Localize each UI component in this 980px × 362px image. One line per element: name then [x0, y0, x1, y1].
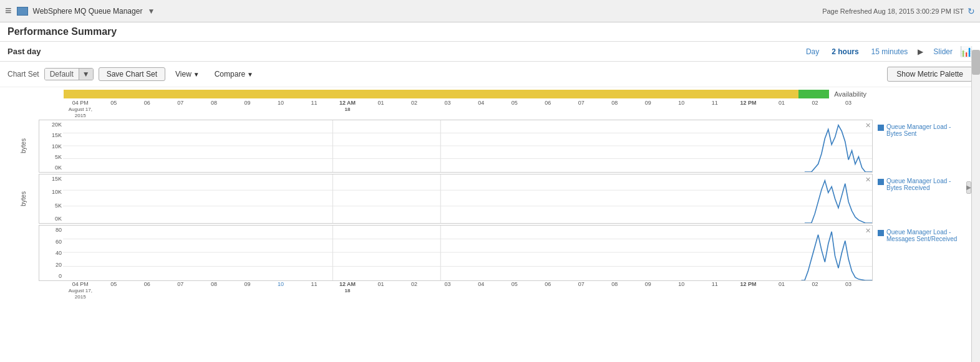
page-title: Performance Summary — [7, 26, 973, 37]
show-metric-palette-button[interactable]: Show Metric Palette — [887, 67, 973, 82]
availability-bar — [64, 90, 829, 98]
btick-06: 06 — [130, 281, 164, 300]
day-button[interactable]: Day — [801, 46, 824, 57]
time-axis-top: 04 PMAugust 17, 2015 05 06 07 08 09 10 1… — [64, 100, 866, 118]
tick-09b: 09 — [631, 100, 665, 118]
btick-12pm: 12 PM — [732, 281, 765, 300]
tick-12pm: 12 PM — [732, 100, 765, 118]
view-dropdown-arrow: ▼ — [193, 71, 200, 78]
tick-04: 04 — [464, 100, 498, 118]
btick-09b: 09 — [631, 281, 665, 300]
title-bar: Performance Summary — [0, 22, 980, 42]
btick-12am: 12 AM18 — [331, 281, 364, 300]
chart1-wrapper: bytes ✕ 20K 15K 10K 5K 0K — [7, 120, 973, 173]
chart-set-label: Chart Set — [7, 70, 39, 79]
chart3-legend-text: Queue Manager Load - Messages Sent/Recei… — [886, 229, 968, 242]
tick-11: 11 — [298, 100, 331, 118]
btick-03: 03 — [431, 281, 465, 300]
past-day-label: Past day — [7, 47, 41, 56]
chart2-legend-box — [878, 179, 884, 185]
btick-10: 10 — [264, 281, 298, 300]
btick-04b: 04 — [464, 281, 498, 300]
btick-05: 05 — [97, 281, 131, 300]
chart1-legend: Queue Manager Load - Bytes Sent — [873, 120, 973, 173]
chart3-y-ticks: 80 60 40 20 0 — [39, 226, 63, 280]
chart3-y-label — [7, 225, 39, 281]
btick-01b: 01 — [765, 281, 798, 300]
slider-button[interactable]: Slider — [928, 46, 958, 57]
tick-04pm: 04 PMAugust 17, 2015 — [64, 100, 97, 118]
chart1-legend-text: Queue Manager Load - Bytes Sent — [886, 123, 968, 137]
availability-green — [798, 90, 829, 98]
chart2-legend: Queue Manager Load - Bytes Received — [873, 174, 973, 224]
btick-08: 08 — [197, 281, 231, 300]
btick-05b: 05 — [498, 281, 531, 300]
tick-08: 08 — [197, 100, 231, 118]
chart-area: Availability 04 PMAugust 17, 2015 05 06 … — [0, 90, 980, 300]
btick-09: 09 — [231, 281, 264, 300]
time-buttons: Day 2 hours 15 minutes ▶ Slider 📊 — [801, 45, 973, 57]
vertical-scrollbar[interactable] — [971, 50, 980, 300]
compare-dropdown-arrow: ▼ — [247, 71, 253, 78]
tick-03b: 03 — [832, 100, 865, 118]
availability-label: Availability — [834, 90, 866, 98]
tick-06b: 06 — [531, 100, 565, 118]
chart-set-dropdown-arrow[interactable]: ▼ — [79, 69, 93, 80]
chart2-body: ✕ 15K 10K 5K 0K — [39, 174, 873, 224]
websphere-mq-icon — [17, 7, 28, 16]
right-panel-toggle[interactable]: ▶ — [966, 181, 971, 194]
tick-08b: 08 — [598, 100, 632, 118]
btick-10b: 10 — [665, 281, 699, 300]
chart-options-icon[interactable]: 📊 — [960, 45, 973, 57]
chart2-wrapper: bytes ✕ 15K 10K 5K 0K Queue Manager Load… — [7, 174, 973, 224]
chart2-legend-text: Queue Manager Load - Bytes Received — [886, 178, 968, 191]
chart2-y-ticks: 15K 10K 5K 0K — [39, 174, 63, 223]
chart3-legend: Queue Manager Load - Messages Sent/Recei… — [873, 225, 973, 281]
chart2-svg — [63, 174, 872, 223]
chart-set-select[interactable]: Default ▼ — [44, 68, 94, 80]
chart-set-value: Default — [45, 69, 79, 80]
time-range-bar: Past day Day 2 hours 15 minutes ▶ Slider… — [0, 42, 980, 62]
top-bar-left: ≡ WebSphere MQ Queue Manager ▼ — [5, 4, 155, 17]
top-bar: ≡ WebSphere MQ Queue Manager ▼ Page Refr… — [0, 0, 980, 22]
chart1-legend-box — [878, 125, 884, 131]
tick-09: 09 — [231, 100, 264, 118]
btick-01: 01 — [364, 281, 398, 300]
btick-06b: 06 — [531, 281, 565, 300]
chart3-wrapper: ✕ 80 60 40 20 0 Queue Manager Load - Mes… — [7, 225, 973, 281]
btick-11b: 11 — [698, 281, 732, 300]
tick-05: 05 — [97, 100, 131, 118]
scrollbar-thumb[interactable] — [972, 50, 980, 75]
btick-07b: 07 — [565, 281, 598, 300]
15minutes-button[interactable]: 15 minutes — [866, 46, 913, 57]
2hours-button[interactable]: 2 hours — [827, 46, 863, 57]
refresh-icon[interactable]: ↻ — [968, 6, 975, 16]
tick-02: 02 — [397, 100, 431, 118]
breadcrumb-dropdown-arrow[interactable]: ▼ — [147, 7, 155, 16]
chart2-y-label: bytes — [7, 174, 39, 224]
tick-01: 01 — [364, 100, 398, 118]
view-dropdown-button[interactable]: View ▼ — [170, 68, 205, 80]
tick-10: 10 — [264, 100, 298, 118]
tick-06: 06 — [130, 100, 164, 118]
chart1-body: ✕ 20K 15K 10K 5K 0K — [39, 120, 873, 173]
save-chart-set-button[interactable]: Save Chart Set — [99, 67, 165, 81]
btick-07: 07 — [164, 281, 198, 300]
page-refreshed-text: Page Refreshed Aug 18, 2015 3:00:29 PM I… — [822, 7, 964, 15]
chart1-y-label: bytes — [7, 120, 39, 173]
tick-05b: 05 — [498, 100, 531, 118]
btick-08b: 08 — [598, 281, 632, 300]
tick-07: 07 — [164, 100, 198, 118]
chart3-legend-box — [878, 230, 884, 236]
chart1-y-ticks: 20K 15K 10K 5K 0K — [39, 120, 63, 172]
tick-01b: 01 — [765, 100, 798, 118]
compare-dropdown-button[interactable]: Compare ▼ — [210, 68, 258, 80]
chart3-body: ✕ 80 60 40 20 0 — [39, 225, 873, 281]
btick-02b: 02 — [798, 281, 832, 300]
chart3-svg — [63, 226, 872, 280]
tick-10b: 10 — [665, 100, 699, 118]
tick-02b: 02 — [798, 100, 832, 118]
tick-03: 03 — [431, 100, 465, 118]
chart1-svg — [63, 120, 872, 172]
hamburger-menu[interactable]: ≡ — [5, 4, 12, 17]
